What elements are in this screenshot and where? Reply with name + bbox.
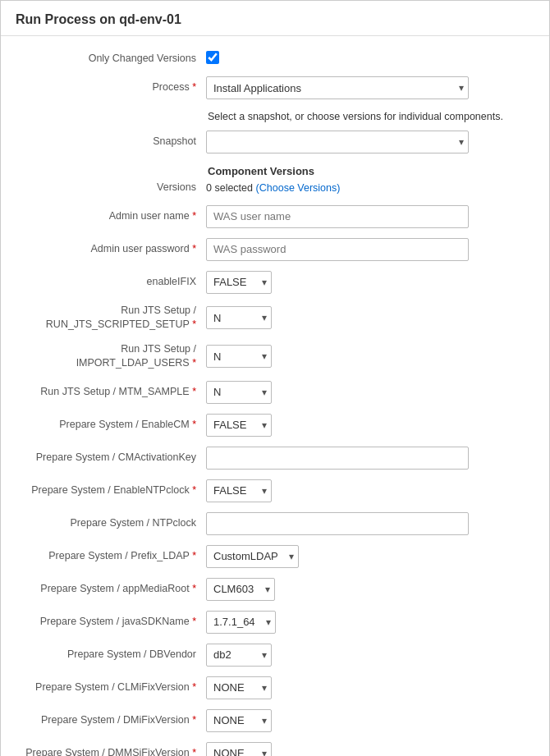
snapshot-label: Snapshot [9,135,206,149]
prepare-enablentpclock-control: FALSE TRUE [206,479,541,502]
admin-user-name-row: Admin user name * [1,204,549,230]
prepare-javasdkname-control: 1.7.1_64 [206,611,541,634]
run-jts-scripted-select[interactable]: N Y [206,306,272,329]
prepare-cmactivationkey-input[interactable] [206,447,469,470]
prepare-enablecm-control: FALSE TRUE [206,414,541,437]
enable-ifix-row: enableIFIX FALSE TRUE [1,269,549,296]
snapshot-row: Snapshot [1,129,549,155]
prepare-prefix-ldap-row: Prepare System / Prefix_LDAP * CustomLDA… [1,543,549,570]
snapshot-control [206,131,541,153]
process-select-wrapper: Install Applications [206,76,469,99]
run-jts-mtm-select-wrapper: N Y [206,381,272,404]
prepare-clmifixversion-label: Prepare System / CLMiFixVersion * [9,680,206,695]
prepare-prefix-ldap-control: CustomLDAP [206,545,541,568]
prepare-enablecm-label: Prepare System / EnableCM * [9,418,206,433]
prepare-enablecm-row: Prepare System / EnableCM * FALSE TRUE [1,412,549,438]
versions-control: 0 selected (Choose Versions) [206,181,541,194]
prepare-enablentpclock-row: Prepare System / EnableNTPclock * FALSE … [1,478,549,504]
prepare-prefix-ldap-select-wrapper: CustomLDAP [206,545,299,568]
admin-user-name-control [206,205,541,228]
process-label: Process * [9,80,206,95]
prepare-appmediaroot-select[interactable]: CLM603 [206,578,275,601]
admin-user-name-input[interactable] [206,205,469,228]
process-control: Install Applications [206,76,541,99]
only-changed-versions-checkbox[interactable] [206,51,219,64]
only-changed-versions-label: Only Changed Versions [9,52,206,66]
run-jts-mtm-control: N Y [206,381,541,404]
prepare-enablecm-select-wrapper: FALSE TRUE [206,414,272,437]
prepare-dbvendor-label: Prepare System / DBVendor [9,648,206,662]
prepare-enablentpclock-select-wrapper: FALSE TRUE [206,479,272,502]
run-jts-mtm-row: Run JTS Setup / MTM_SAMPLE * N Y [1,379,549,405]
run-process-dialog: Run Process on qd-env-01 Only Changed Ve… [0,0,550,756]
prepare-appmediaroot-select-wrapper: CLM603 [206,578,275,601]
prepare-dmmsifix-select-wrapper: NONE [206,742,272,757]
prepare-javasdkname-select-wrapper: 1.7.1_64 [206,611,276,634]
prepare-dmmsifix-label: Prepare System / DMMSiFixVersion * [9,746,206,756]
run-jts-mtm-select[interactable]: N Y [206,381,272,404]
prepare-cmactivationkey-label: Prepare System / CMActivationKey [9,451,206,465]
versions-selected-text: 0 selected [206,182,253,194]
prepare-dmmsifix-row: Prepare System / DMMSiFixVersion * NONE [1,740,549,757]
prepare-appmediaroot-row: Prepare System / appMediaRoot * CLM603 [1,576,549,603]
prepare-enablentpclock-label: Prepare System / EnableNTPclock * [9,483,206,498]
only-changed-versions-row: Only Changed Versions [1,49,549,68]
prepare-dbvendor-row: Prepare System / DBVendor db2 [1,642,549,668]
run-jts-import-control: N Y [206,345,541,368]
prepare-ntpclock-input[interactable] [206,512,469,535]
prepare-clmifixversion-select[interactable]: NONE [206,676,272,699]
prepare-dmifixversion-select-wrapper: NONE [206,709,272,732]
prepare-enablentpclock-select[interactable]: FALSE TRUE [206,479,272,502]
snapshot-info-text: Select a snapshot, or choose versions fo… [1,108,549,126]
prepare-dbvendor-select-wrapper: db2 [206,644,272,667]
run-jts-import-select-wrapper: N Y [206,345,272,368]
admin-user-password-input[interactable] [206,238,469,261]
run-jts-scripted-label: Run JTS Setup / RUN_JTS_SCRIPTED_SETUP * [9,304,206,332]
run-jts-scripted-row: Run JTS Setup / RUN_JTS_SCRIPTED_SETUP *… [1,302,549,334]
run-jts-import-row: Run JTS Setup / IMPORT_LDAP_USERS * N Y [1,341,549,373]
versions-row: Versions 0 selected (Choose Versions) [1,179,549,197]
run-jts-mtm-label: Run JTS Setup / MTM_SAMPLE * [9,385,206,400]
prepare-javasdkname-label: Prepare System / javaSDKName * [9,615,206,630]
process-select[interactable]: Install Applications [206,76,469,99]
prepare-clmifixversion-control: NONE [206,676,541,699]
versions-label: Versions [9,181,206,195]
prepare-javasdkname-row: Prepare System / javaSDKName * 1.7.1_64 [1,609,549,635]
prepare-ntpclock-label: Prepare System / NTPclock [9,516,206,531]
prepare-cmactivationkey-control [206,447,541,470]
enable-ifix-label: enableIFIX [9,275,206,290]
prepare-appmediaroot-control: CLM603 [206,578,541,601]
prepare-dmifixversion-label: Prepare System / DMiFixVersion * [9,713,206,728]
prepare-prefix-ldap-label: Prepare System / Prefix_LDAP * [9,549,206,564]
prepare-enablecm-select[interactable]: FALSE TRUE [206,414,272,437]
admin-user-password-control [206,238,541,261]
admin-user-password-row: Admin user password * [1,236,549,263]
dialog-title: Run Process on qd-env-01 [16,12,534,27]
snapshot-select[interactable] [206,131,469,153]
run-jts-scripted-select-wrapper: N Y [206,306,272,329]
prepare-dmmsifix-control: NONE [206,742,541,757]
prepare-dmifixversion-row: Prepare System / DMiFixVersion * NONE [1,708,549,734]
prepare-clmifixversion-row: Prepare System / CLMiFixVersion * NONE [1,675,549,701]
dialog-body: Only Changed Versions Process * Install … [1,36,549,756]
prepare-dmifixversion-select[interactable]: NONE [206,709,272,732]
prepare-dbvendor-select[interactable]: db2 [206,644,272,667]
prepare-appmediaroot-label: Prepare System / appMediaRoot * [9,582,206,597]
prepare-javasdkname-select[interactable]: 1.7.1_64 [206,611,276,634]
choose-versions-link[interactable]: (Choose Versions) [256,182,341,194]
run-jts-import-select[interactable]: N Y [206,345,272,368]
component-versions-title: Component Versions [1,162,549,179]
prepare-prefix-ldap-select[interactable]: CustomLDAP [206,545,299,568]
dialog-header: Run Process on qd-env-01 [1,1,549,36]
admin-user-name-label: Admin user name * [9,209,206,224]
only-changed-versions-control [206,51,541,66]
run-jts-import-label: Run JTS Setup / IMPORT_LDAP_USERS * [9,342,206,371]
prepare-dmmsifix-select[interactable]: NONE [206,742,272,757]
prepare-dmifixversion-control: NONE [206,709,541,732]
prepare-ntpclock-control [206,512,541,535]
prepare-ntpclock-row: Prepare System / NTPclock [1,511,549,537]
admin-user-password-label: Admin user password * [9,242,206,257]
snapshot-select-wrapper [206,131,469,153]
prepare-clmifixversion-select-wrapper: NONE [206,676,272,699]
enable-ifix-select[interactable]: FALSE TRUE [206,271,272,294]
